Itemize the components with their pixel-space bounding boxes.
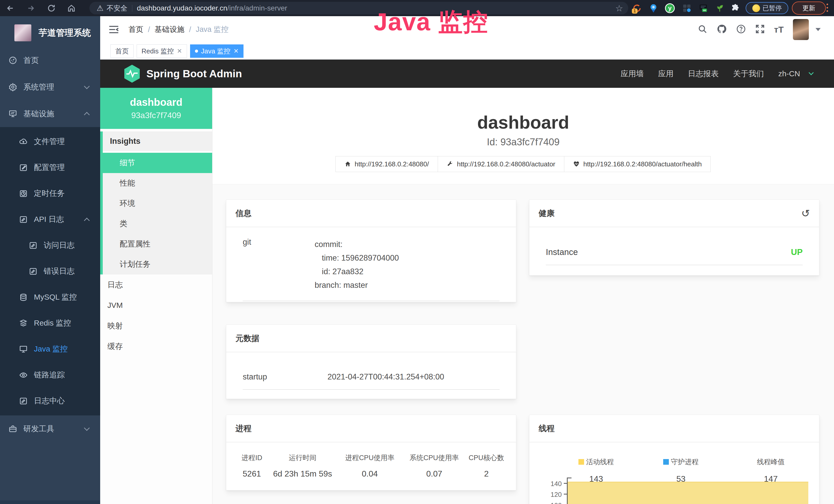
sba-nav-about[interactable]: 关于我们 [733, 69, 764, 79]
sba-brand-title[interactable]: Spring Boot Admin [147, 68, 242, 80]
sba-nav-journal[interactable]: 日志报表 [688, 69, 719, 79]
sidebar-item-trace[interactable]: 链路追踪 [0, 362, 100, 388]
security-label: 不安全 [107, 4, 127, 13]
profile-emoji-icon [752, 4, 760, 12]
app-sidebar: 芋道管理系统 首页 系统管理 基础设施 文件管理 配置管理 [0, 16, 100, 504]
chevron-up-icon [84, 217, 90, 223]
instance-home-link[interactable]: http://192.168.0.2:48080/ [335, 156, 438, 172]
history-icon[interactable]: ↺ [801, 207, 810, 219]
browser-reload-icon[interactable] [46, 0, 57, 16]
tag-redis-monitor[interactable]: Redis 监控✕ [137, 44, 187, 58]
process-id-value: 5261 [234, 469, 270, 479]
threads-area-chart [567, 482, 808, 504]
sidebar-item-access-logs[interactable]: 访问日志 [0, 232, 100, 258]
user-menu-caret-icon[interactable] [815, 28, 821, 31]
breadcrumb-current: Java 监控 [196, 24, 228, 35]
profile-paused-chip[interactable]: 已暂停 [746, 2, 788, 14]
live-threads-legend-swatch [578, 459, 584, 465]
browser-back-icon[interactable] [5, 0, 16, 16]
address-bar[interactable]: ⚠ 不安全 dashboard.yudao.iocoder.cn/infra/a… [89, 2, 628, 15]
instance-health-row: Instance UP [546, 247, 803, 265]
font-size-icon[interactable]: тT [774, 25, 784, 35]
user-avatar[interactable] [793, 19, 809, 40]
sba-side-item-environment[interactable]: 环境 [103, 193, 212, 214]
update-label: 更新 [803, 4, 815, 12]
app-logo-row[interactable]: 芋道管理系统 [0, 16, 100, 44]
chevron-down-icon [84, 425, 90, 431]
browser-forward-icon[interactable] [25, 0, 37, 16]
extension-y-icon[interactable]: y [664, 0, 676, 16]
sba-side-item-metrics[interactable]: 性能 [103, 173, 212, 193]
sba-side-item-scheduled[interactable]: 计划任务 [103, 254, 212, 274]
sidebar-item-redis-monitor[interactable]: Redis 监控 [0, 310, 100, 336]
sba-side-item-classes[interactable]: 类 [103, 214, 212, 234]
instance-title: dashboard [213, 88, 834, 132]
sidebar-item-api-logs[interactable]: API 日志 [0, 206, 100, 232]
sba-side-item-logs[interactable]: 日志 [100, 274, 212, 295]
close-icon[interactable]: ✕ [177, 47, 182, 55]
health-status-badge: UP [791, 247, 803, 257]
extension-grid-icon[interactable] [681, 0, 693, 16]
sba-side-item-jvm[interactable]: JVM [100, 295, 212, 316]
cpu-cores-value: 2 [464, 469, 508, 479]
instance-header[interactable]: dashboard 93a3fc7f7409 [100, 88, 212, 129]
sidebar-item-config-management[interactable]: 配置管理 [0, 155, 100, 181]
sidebar-item-java-monitor[interactable]: Java 监控 [0, 336, 100, 362]
extensions-puzzle-icon[interactable] [729, 0, 741, 16]
metadata-card-title: 元数据 [236, 333, 259, 344]
breadcrumb-home[interactable]: 首页 [128, 24, 143, 35]
browser-home-icon[interactable] [66, 0, 77, 16]
sba-side-item-mappings[interactable]: 映射 [100, 316, 212, 336]
sidebar-item-error-logs[interactable]: 错误日志 [0, 258, 100, 284]
startup-row: startup 2021-04-27T00:44:31.254+08:00 [243, 372, 500, 390]
sidebar-item-dev-tools[interactable]: 研发工具 [0, 415, 100, 442]
chevron-down-icon [809, 70, 814, 75]
info-card-title: 信息 [236, 208, 251, 219]
hamburger-icon[interactable] [108, 25, 119, 34]
sidebar-item-log-center[interactable]: 日志中心 [0, 388, 100, 414]
instance-health-link[interactable]: http://192.168.0.2:48080/actuator/health [564, 156, 711, 172]
process-card-title: 进程 [236, 423, 251, 434]
browser-menu-icon[interactable] [827, 4, 828, 12]
extension-on-icon[interactable]: on [698, 0, 709, 16]
extension-pin-icon[interactable] [648, 0, 659, 16]
close-icon[interactable]: ✕ [234, 47, 239, 55]
fullscreen-icon[interactable] [755, 24, 765, 35]
health-card-title: 健康 [539, 208, 554, 219]
breadcrumb-infra[interactable]: 基础设施 [155, 24, 184, 35]
tags-view-bar: 首页 Redis 监控✕ Java 监控✕ [100, 43, 834, 60]
info-card: 信息 git commit: time: 1596289704000 id: 2… [226, 200, 516, 302]
sidebar-item-scheduled-tasks[interactable]: 定时任务 [0, 181, 100, 206]
github-icon[interactable] [717, 24, 727, 35]
sba-side-item-details[interactable]: 细节 [103, 153, 212, 173]
process-cpu-value: 0.04 [335, 469, 404, 479]
sidebar-item-home[interactable]: 首页 [0, 47, 100, 74]
sidebar-item-system[interactable]: 系统管理 [0, 74, 100, 100]
spring-boot-admin-logo [123, 64, 141, 83]
sba-side-item-config-props[interactable]: 配置属性 [103, 234, 212, 254]
sba-instance-sidebar: dashboard 93a3fc7f7409 Insights 细节 性能 环境… [100, 88, 213, 504]
chevron-down-icon [84, 84, 90, 89]
tag-home[interactable]: 首页 [110, 44, 134, 58]
url-host: dashboard.yudao.iocoder.cn [137, 4, 227, 12]
sba-nav-applications[interactable]: 应用 [658, 69, 674, 79]
browser-update-button[interactable]: 更新 [792, 2, 826, 15]
sba-locale-select[interactable]: zh-CN [778, 69, 800, 78]
annotation-overlay-text: Java 监控 [374, 6, 488, 39]
instance-actuator-link[interactable]: http://192.168.0.2:48080/actuator [438, 156, 564, 172]
extension-refresh-icon[interactable]: 1 [631, 0, 643, 16]
sba-nav-wallboard[interactable]: 应用墙 [620, 69, 644, 79]
help-icon[interactable] [736, 24, 746, 35]
paused-label: 已暂停 [763, 4, 782, 12]
sidebar-item-infrastructure[interactable]: 基础设施 [0, 100, 100, 127]
search-icon[interactable] [698, 24, 707, 35]
bookmark-star-icon[interactable]: ☆ [615, 3, 623, 13]
extension-plant-icon[interactable] [714, 0, 725, 16]
sba-side-insights-label[interactable]: Insights [103, 132, 212, 151]
sba-side-item-caches[interactable]: 缓存 [100, 336, 212, 357]
sidebar-item-file-management[interactable]: 文件管理 [0, 129, 100, 155]
sba-navbar: Spring Boot Admin 应用墙 应用 日志报表 关于我们 zh-CN [100, 60, 834, 88]
tag-java-monitor[interactable]: Java 监控✕ [190, 44, 243, 58]
sidebar-item-mysql-monitor[interactable]: MySQL 监控 [0, 284, 100, 310]
not-secure-warning-icon: ⚠ [96, 4, 104, 13]
